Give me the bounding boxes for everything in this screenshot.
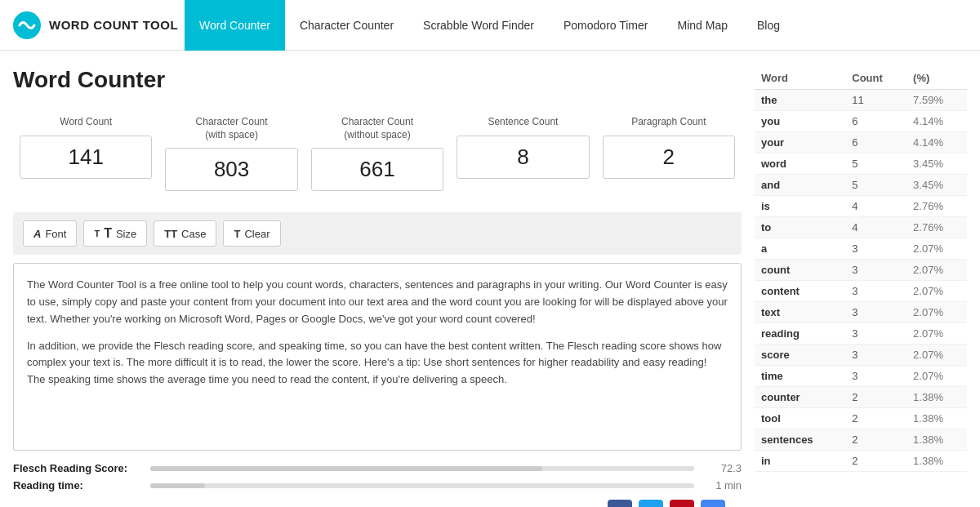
freq-word: is bbox=[755, 196, 845, 217]
stat-char-nospace: Character Count (without space) 661 bbox=[305, 108, 450, 199]
table-row: to42.76% bbox=[755, 217, 967, 238]
freq-word: tool bbox=[755, 408, 845, 429]
share-pinterest-button[interactable]: P bbox=[670, 500, 694, 507]
freq-count: 3 bbox=[845, 238, 906, 260]
freq-count: 3 bbox=[845, 366, 906, 387]
table-row: word53.45% bbox=[755, 153, 967, 175]
freq-pct: 3.45% bbox=[906, 175, 967, 196]
freq-pct: 1.38% bbox=[906, 429, 967, 451]
nav-pomodoro[interactable]: Pomodoro Timer bbox=[549, 0, 662, 51]
text-content: The Word Counter Tool is a free online t… bbox=[27, 277, 728, 389]
clear-button[interactable]: T Clear bbox=[223, 220, 280, 247]
freq-word: word bbox=[755, 153, 845, 175]
case-button[interactable]: TT Case bbox=[154, 220, 216, 247]
freq-pct: 2.07% bbox=[906, 323, 967, 345]
share-twitter-button[interactable]: t bbox=[639, 500, 663, 507]
freq-word: you bbox=[755, 111, 845, 132]
char-nospace-label: Character Count (without space) bbox=[311, 116, 443, 141]
freq-count: 2 bbox=[845, 429, 906, 451]
freq-word: text bbox=[755, 302, 845, 323]
flesch-bar bbox=[150, 466, 542, 471]
char-space-value: 803 bbox=[165, 148, 297, 191]
nav-scrabble[interactable]: Scrabble Word Finder bbox=[408, 0, 549, 51]
table-row: a32.07% bbox=[755, 238, 967, 260]
freq-count: 6 bbox=[845, 132, 906, 153]
reading-row: Reading time: 1 min bbox=[13, 479, 742, 491]
freq-pct: 1.38% bbox=[906, 451, 967, 472]
nav-blog[interactable]: Blog bbox=[742, 0, 795, 51]
word-count-value: 141 bbox=[20, 136, 152, 179]
freq-pct: 1.38% bbox=[906, 387, 967, 408]
table-row: in21.38% bbox=[755, 451, 967, 472]
freq-pct: 2.07% bbox=[906, 345, 967, 366]
reading-value: 1 min bbox=[701, 479, 742, 491]
freq-word: sentences bbox=[755, 429, 845, 451]
table-row: text32.07% bbox=[755, 302, 967, 323]
nav-character-counter[interactable]: Character Counter bbox=[285, 0, 408, 51]
font-button[interactable]: A Font bbox=[23, 220, 77, 247]
freq-count: 3 bbox=[845, 345, 906, 366]
paragraph-value: 2 bbox=[603, 136, 735, 179]
freq-word: reading bbox=[755, 323, 845, 345]
logo-icon bbox=[13, 11, 41, 39]
flesch-label: Flesch Reading Score: bbox=[13, 462, 144, 474]
freq-pct: 3.45% bbox=[906, 153, 967, 175]
case-icon: TT bbox=[164, 228, 177, 240]
freq-pct: 4.14% bbox=[906, 111, 967, 132]
stat-paragraph: Paragraph Count 2 bbox=[596, 108, 742, 199]
freq-word: the bbox=[755, 90, 845, 111]
text-paragraph-1: The Word Counter Tool is a free online t… bbox=[27, 277, 728, 327]
freq-word: your bbox=[755, 132, 845, 153]
nav-mindmap[interactable]: Mind Map bbox=[662, 0, 742, 51]
header: WORD COUNT TOOL Word Counter Character C… bbox=[0, 0, 980, 51]
freq-count: 5 bbox=[845, 175, 906, 196]
freq-count: 2 bbox=[845, 408, 906, 429]
paragraph-label: Paragraph Count bbox=[603, 116, 735, 129]
share-facebook-button[interactable]: f bbox=[608, 500, 632, 507]
nav-word-counter[interactable]: Word Counter bbox=[185, 0, 285, 51]
stat-sentence: Sentence Count 8 bbox=[450, 108, 595, 199]
word-count-label: Word Count bbox=[20, 116, 152, 129]
flesch-row: Flesch Reading Score: 72.3 bbox=[13, 462, 742, 474]
table-row: time32.07% bbox=[755, 366, 967, 387]
freq-pct: 7.59% bbox=[906, 90, 967, 111]
main-container: Word Counter Word Count 141 Character Co… bbox=[0, 51, 980, 507]
freq-pct: 2.07% bbox=[906, 302, 967, 323]
freq-count: 4 bbox=[845, 196, 906, 217]
stats-row: Word Count 141 Character Count (with spa… bbox=[13, 108, 742, 199]
col-count-header: Count bbox=[845, 67, 906, 90]
table-row: counter21.38% bbox=[755, 387, 967, 408]
freq-count: 4 bbox=[845, 217, 906, 238]
share-plus-button[interactable]: + bbox=[701, 500, 725, 507]
char-nospace-value: 661 bbox=[311, 148, 443, 191]
flesch-bar-container bbox=[150, 466, 694, 471]
text-area[interactable]: The Word Counter Tool is a free online t… bbox=[13, 263, 742, 451]
table-row: score32.07% bbox=[755, 345, 967, 366]
freq-word: score bbox=[755, 345, 845, 366]
table-row: reading32.07% bbox=[755, 323, 967, 345]
freq-pct: 4.14% bbox=[906, 132, 967, 153]
table-row: the117.59% bbox=[755, 90, 967, 111]
size-button[interactable]: TT Size bbox=[83, 220, 147, 247]
freq-count: 5 bbox=[845, 153, 906, 175]
freq-word: a bbox=[755, 238, 845, 260]
bottom-stats: Flesch Reading Score: 72.3 Reading time:… bbox=[13, 462, 742, 491]
left-panel: Word Counter Word Count 141 Character Co… bbox=[13, 67, 742, 507]
freq-pct: 2.07% bbox=[906, 366, 967, 387]
reading-bar bbox=[150, 483, 205, 488]
stat-word-count: Word Count 141 bbox=[13, 108, 158, 199]
sentence-label: Sentence Count bbox=[457, 116, 589, 129]
freq-pct: 2.07% bbox=[906, 260, 967, 281]
toolbar: A Font TT Size TT Case T Clear bbox=[13, 212, 742, 255]
text-paragraph-2: In addition, we provide the Flesch readi… bbox=[27, 338, 728, 389]
freq-count: 3 bbox=[845, 323, 906, 345]
freq-pct: 1.38% bbox=[906, 408, 967, 429]
reading-label: Reading time: bbox=[13, 479, 144, 491]
freq-word: time bbox=[755, 366, 845, 387]
sentence-value: 8 bbox=[457, 136, 589, 179]
main-nav: Word Counter Character Counter Scrabble … bbox=[185, 0, 795, 51]
table-row: you64.14% bbox=[755, 111, 967, 132]
logo-text: WORD COUNT TOOL bbox=[49, 18, 178, 32]
table-row: count32.07% bbox=[755, 260, 967, 281]
clear-icon: T bbox=[234, 228, 240, 240]
